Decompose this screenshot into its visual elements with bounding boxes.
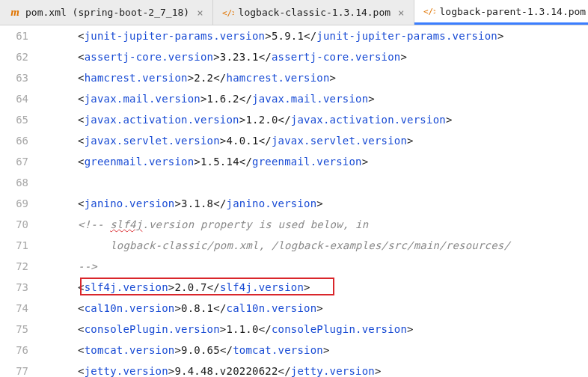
line-number: 73 (0, 277, 28, 298)
code-line[interactable]: <hamcrest.version>2.2</hamcrest.version> (78, 67, 588, 88)
svg-text:</>: </> (222, 8, 234, 18)
line-number: 62 (0, 46, 28, 67)
svg-text:</>: </> (423, 7, 435, 16)
code-line[interactable]: --> (78, 256, 588, 277)
tab-label: logback-parent-1.3.14.pom (440, 6, 587, 17)
line-number: 74 (0, 298, 28, 319)
tab-logback-classic[interactable]: </> logback-classic-1.3.14.pom × (213, 0, 414, 25)
code-line[interactable]: <consolePlugin.version>1.1.0</consolePlu… (78, 319, 588, 340)
code-line[interactable]: <!-- slf4j.version property is used belo… (78, 214, 588, 235)
line-number: 63 (0, 67, 28, 88)
line-number: 72 (0, 256, 28, 277)
code-area[interactable]: <junit-jupiter-params.version>5.9.1</jun… (78, 25, 588, 377)
xml-icon: </> (222, 7, 234, 19)
tab-logback-parent[interactable]: </> logback-parent-1.3.14.pom × (414, 0, 588, 25)
line-number: 64 (0, 88, 28, 109)
line-number: 65 (0, 109, 28, 130)
code-line[interactable] (78, 172, 588, 193)
code-editor[interactable]: 6162636465666768697071727374757677 <juni… (0, 25, 588, 377)
line-number: 70 (0, 214, 28, 235)
close-icon[interactable]: × (398, 7, 404, 19)
line-number: 76 (0, 340, 28, 361)
line-number: 66 (0, 130, 28, 151)
code-line[interactable]: <tomcat.version>9.0.65</tomcat.version> (78, 340, 588, 361)
xml-icon: </> (423, 5, 435, 17)
code-line[interactable]: <cal10n.version>0.8.1</cal10n.version> (78, 298, 588, 319)
line-number-gutter: 6162636465666768697071727374757677 (0, 25, 42, 377)
code-line[interactable]: <javax.servlet.version>4.0.1</javax.serv… (78, 130, 588, 151)
code-line[interactable]: <jetty.version>9.4.48.v20220622</jetty.v… (78, 361, 588, 377)
tab-pom-springboot[interactable]: m pom.xml (spring-boot-2_7_18) × (0, 0, 213, 25)
line-number: 69 (0, 193, 28, 214)
code-line[interactable]: <junit-jupiter-params.version>5.9.1</jun… (78, 25, 588, 46)
line-number: 77 (0, 361, 28, 377)
code-line[interactable]: <javax.mail.version>1.6.2</javax.mail.ve… (78, 88, 588, 109)
maven-icon: m (9, 7, 21, 19)
fold-margin (42, 25, 78, 377)
code-line[interactable]: <greenmail.version>1.5.14</greenmail.ver… (78, 151, 588, 172)
line-number: 67 (0, 151, 28, 172)
close-icon[interactable]: × (197, 7, 203, 19)
line-number: 75 (0, 319, 28, 340)
line-number: 68 (0, 172, 28, 193)
code-line[interactable]: logback-classic/pom.xml, /logback-exampl… (78, 235, 588, 256)
code-line[interactable]: <javax.activation.version>1.2.0</javax.a… (78, 109, 588, 130)
line-number: 61 (0, 25, 28, 46)
editor-tabs: m pom.xml (spring-boot-2_7_18) × </> log… (0, 0, 588, 25)
line-number: 71 (0, 235, 28, 256)
tab-label: logback-classic-1.3.14.pom (239, 7, 391, 18)
code-line[interactable]: <assertj-core.version>3.23.1</assertj-co… (78, 46, 588, 67)
code-line[interactable]: <slf4j.version>2.0.7</slf4j.version> (78, 277, 588, 298)
tab-label: pom.xml (spring-boot-2_7_18) (25, 7, 189, 18)
code-line[interactable]: <janino.version>3.1.8</janino.version> (78, 193, 588, 214)
